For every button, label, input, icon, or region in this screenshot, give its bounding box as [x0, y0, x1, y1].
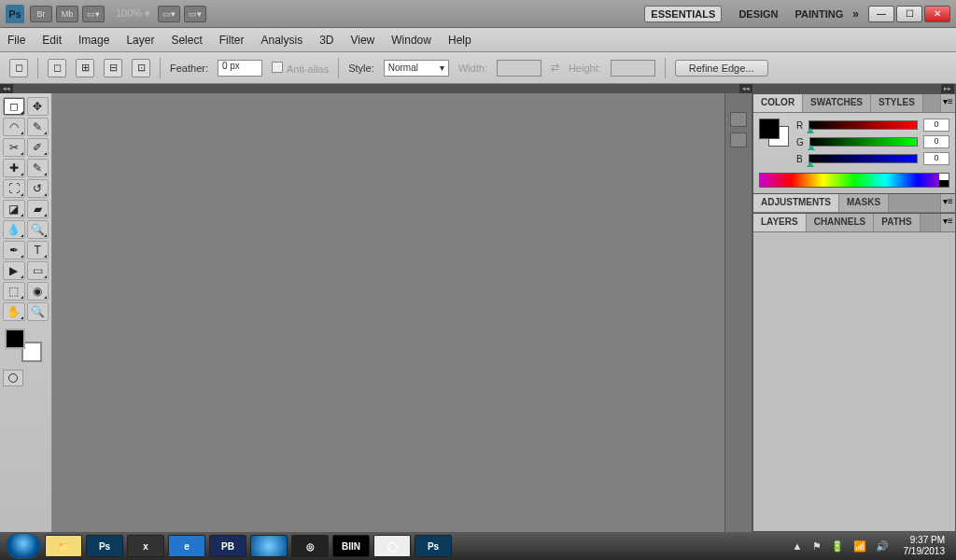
dock-icon-2[interactable]: [730, 133, 747, 147]
add-selection-icon[interactable]: ⊞: [76, 59, 94, 77]
type-tool[interactable]: T: [27, 241, 49, 259]
shape-tool[interactable]: ▭: [27, 261, 49, 280]
panel-color-swatch[interactable]: [759, 119, 789, 147]
taskbar-app-5[interactable]: [250, 535, 288, 557]
tray-volume-icon[interactable]: 🔊: [876, 540, 889, 553]
zoom-tool[interactable]: 🔍: [27, 302, 49, 321]
stamp-tool[interactable]: ⛶: [3, 179, 25, 198]
menu-select[interactable]: Select: [171, 34, 202, 47]
menu-analysis[interactable]: Analysis: [260, 34, 302, 47]
left-collapse-handle[interactable]: ◂◂: [0, 84, 13, 93]
taskbar-app-7[interactable]: BIIN: [332, 535, 370, 557]
3d-camera-tool[interactable]: ◉: [27, 282, 49, 301]
g-value[interactable]: 0: [923, 135, 949, 148]
feather-input[interactable]: 0 px: [218, 60, 262, 77]
lasso-tool[interactable]: ◠: [3, 118, 25, 136]
taskbar-app-4[interactable]: PB: [209, 535, 246, 557]
b-value[interactable]: 0: [923, 152, 949, 165]
color-panel-menu[interactable]: ▾≡: [940, 94, 955, 112]
menu-help[interactable]: Help: [448, 34, 471, 47]
tab-masks[interactable]: MASKS: [839, 194, 889, 212]
start-button[interactable]: [6, 533, 41, 559]
eraser-tool[interactable]: ◪: [3, 200, 25, 218]
r-value[interactable]: 0: [923, 119, 949, 132]
quickmask-button[interactable]: [3, 370, 23, 386]
eyedropper-tool[interactable]: ✐: [27, 138, 49, 157]
path-select-tool[interactable]: ▶: [3, 261, 25, 280]
menu-file[interactable]: File: [7, 34, 25, 47]
screenmode-button[interactable]: ▭▾: [184, 6, 206, 22]
taskbar-app-8[interactable]: ◯: [373, 535, 411, 557]
bridge-button[interactable]: Br: [30, 6, 52, 22]
tab-swatches[interactable]: SWATCHES: [803, 94, 871, 112]
taskbar-app-6[interactable]: ◎: [291, 535, 329, 557]
tab-styles[interactable]: STYLES: [871, 94, 923, 112]
menu-edit[interactable]: Edit: [42, 34, 62, 47]
tab-channels[interactable]: CHANNELS: [807, 214, 875, 231]
right-collapse-handle[interactable]: ▸▸: [941, 84, 954, 93]
zoom-level[interactable]: 100% ▾: [116, 7, 150, 20]
layers-body[interactable]: [753, 232, 955, 531]
color-swatches[interactable]: [3, 329, 44, 362]
b-slider[interactable]: [808, 154, 918, 163]
crop-tool[interactable]: ✂: [3, 138, 25, 157]
tab-adjustments[interactable]: ADJUSTMENTS: [753, 194, 839, 212]
canvas-area[interactable]: [52, 93, 724, 532]
menu-view[interactable]: View: [350, 34, 374, 47]
tab-color[interactable]: COLOR: [753, 94, 803, 112]
adjustments-panel-menu[interactable]: ▾≡: [940, 194, 955, 212]
menu-window[interactable]: Window: [391, 34, 431, 47]
minimize-button[interactable]: —: [868, 6, 894, 22]
dodge-tool[interactable]: 🔍: [27, 220, 49, 239]
workspace-design[interactable]: DESIGN: [738, 8, 778, 20]
move-tool[interactable]: ✥: [27, 97, 49, 116]
refine-edge-button[interactable]: Refine Edge...: [675, 60, 768, 77]
menu-image[interactable]: Image: [78, 34, 109, 47]
r-slider[interactable]: [808, 120, 918, 130]
tab-paths[interactable]: PATHS: [874, 214, 920, 231]
workspace-essentials[interactable]: ESSENTIALS: [644, 6, 722, 22]
taskbar-app-3[interactable]: e: [168, 535, 205, 557]
3d-tool[interactable]: ⬚: [3, 282, 25, 301]
menu-filter[interactable]: Filter: [219, 34, 245, 47]
taskbar-app-2[interactable]: x: [127, 535, 164, 557]
pen-tool[interactable]: ✒: [3, 241, 25, 259]
workspace-more-icon[interactable]: »: [852, 7, 859, 21]
brush-tool[interactable]: ✎: [27, 159, 49, 177]
workspace-painting[interactable]: PAINTING: [795, 8, 844, 20]
taskbar-app-9[interactable]: Ps: [415, 535, 452, 557]
history-brush-tool[interactable]: ↺: [27, 179, 49, 198]
app-logo: Ps: [6, 5, 24, 23]
subtract-selection-icon[interactable]: ⊟: [104, 59, 122, 77]
minibridge-button[interactable]: Mb: [56, 6, 78, 22]
new-selection-icon[interactable]: ◻: [48, 59, 66, 77]
gradient-tool[interactable]: ▰: [27, 200, 49, 218]
current-tool-icon[interactable]: ◻: [9, 59, 28, 77]
healing-tool[interactable]: ✚: [3, 159, 25, 177]
maximize-button[interactable]: ☐: [896, 6, 922, 22]
mid-collapse-handle[interactable]: ◂◂: [739, 84, 752, 93]
hand-tool[interactable]: ✋: [3, 302, 25, 321]
taskbar-app-0[interactable]: 📁: [45, 535, 82, 557]
menu-3d[interactable]: 3D: [319, 34, 333, 47]
dock-icon-1[interactable]: [730, 112, 747, 127]
close-button[interactable]: ✕: [924, 6, 950, 22]
tray-network-icon[interactable]: 📶: [853, 540, 866, 553]
spectrum-picker[interactable]: [759, 173, 949, 188]
tray-showhidden-icon[interactable]: ▲: [793, 540, 803, 552]
tray-battery-icon[interactable]: 🔋: [831, 540, 844, 553]
menu-layer[interactable]: Layer: [126, 34, 154, 47]
arrange-button[interactable]: ▭▾: [158, 6, 180, 22]
intersect-selection-icon[interactable]: ⊡: [132, 59, 150, 77]
marquee-tool[interactable]: ◻: [3, 97, 25, 116]
style-select[interactable]: Normal▾: [384, 60, 449, 77]
tray-flag-icon[interactable]: ⚑: [812, 540, 822, 553]
layers-panel-menu[interactable]: ▾≡: [940, 214, 955, 231]
g-slider[interactable]: [809, 137, 918, 147]
taskbar-app-1[interactable]: Ps: [86, 535, 123, 557]
viewextras-button[interactable]: ▭▾: [82, 6, 105, 22]
blur-tool[interactable]: 💧: [3, 220, 25, 239]
taskbar-clock[interactable]: 9:37 PM 7/19/2013: [898, 535, 951, 557]
tab-layers[interactable]: LAYERS: [753, 214, 807, 231]
quickselect-tool[interactable]: ✎: [27, 118, 49, 136]
